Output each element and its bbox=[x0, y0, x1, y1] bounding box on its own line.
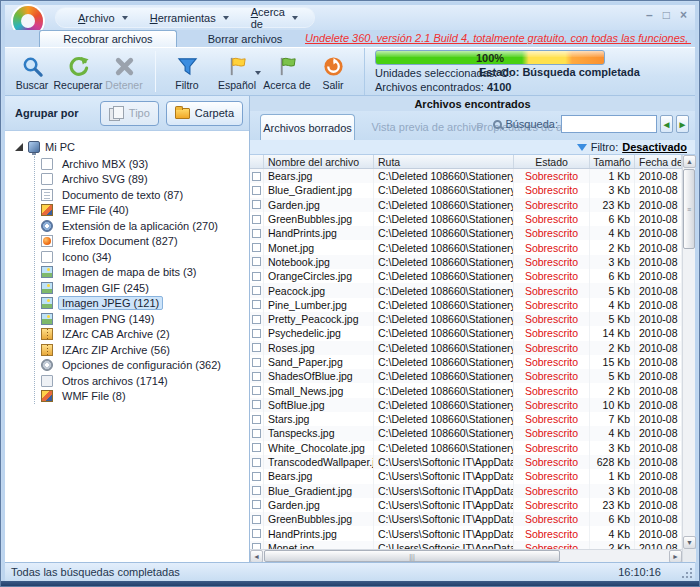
close-button[interactable]: × bbox=[680, 9, 687, 21]
table-row[interactable]: Bears.jpg C:\Deleted 108660\Stationery\ … bbox=[250, 169, 682, 183]
table-row[interactable]: HandPrints.jpg C:\Users\Softonic IT\AppD… bbox=[250, 526, 682, 540]
group-by-tipo-button[interactable]: Tipo bbox=[100, 101, 159, 126]
scroll-up-button[interactable]: ▲ bbox=[683, 155, 696, 168]
table-row[interactable]: SoftBlue.jpg C:\Deleted 108660\Stationer… bbox=[250, 398, 682, 412]
table-row[interactable]: Monet.jpg C:\Deleted 108660\Stationery\ … bbox=[250, 240, 682, 254]
tree-item[interactable]: Opciones de configuración (362) bbox=[41, 358, 249, 374]
table-row[interactable]: Small_News.jpg C:\Deleted 108660\Station… bbox=[250, 383, 682, 397]
table-row[interactable]: HandPrints.jpg C:\Deleted 108660\Station… bbox=[250, 226, 682, 240]
vertical-scrollbar[interactable]: ▲ ≡ ▼ bbox=[682, 155, 695, 562]
tree-item[interactable]: IZArc CAB Archive (2) bbox=[41, 327, 249, 343]
search-input[interactable] bbox=[561, 115, 657, 133]
tree-item[interactable]: WMF File (8) bbox=[41, 389, 249, 405]
row-checkbox[interactable] bbox=[252, 229, 261, 238]
tree-item[interactable]: Documento de texto (87) bbox=[41, 187, 249, 203]
table-row[interactable]: OrangeCircles.jpg C:\Deleted 108660\Stat… bbox=[250, 269, 682, 283]
search-next-button[interactable]: ► bbox=[676, 115, 689, 133]
table-row[interactable]: Peacock.jpg C:\Deleted 108660\Stationery… bbox=[250, 283, 682, 297]
tree-item[interactable]: Imagen GIF (245) bbox=[41, 280, 249, 296]
row-checkbox[interactable] bbox=[252, 529, 261, 538]
row-checkbox[interactable] bbox=[252, 257, 261, 266]
row-checkbox[interactable] bbox=[252, 286, 261, 295]
menu-archivo[interactable]: Archivo bbox=[70, 10, 136, 26]
tree-item[interactable]: EMF File (40) bbox=[41, 203, 249, 219]
row-checkbox[interactable] bbox=[252, 472, 261, 481]
table-row[interactable]: GreenBubbles.jpg C:\Deleted 108660\Stati… bbox=[250, 212, 682, 226]
row-checkbox[interactable] bbox=[252, 386, 261, 395]
tree-item[interactable]: Archivo SVG (89) bbox=[41, 172, 249, 188]
filter-value-link[interactable]: Desactivado bbox=[622, 141, 687, 153]
table-row[interactable]: Blue_Gradient.jpg C:\Deleted 108660\Stat… bbox=[250, 183, 682, 197]
row-checkbox[interactable] bbox=[252, 358, 261, 367]
salir-button[interactable]: Salir bbox=[310, 50, 356, 95]
row-checkbox[interactable] bbox=[252, 329, 261, 338]
acerca-de-button[interactable]: Acerca de bbox=[264, 50, 310, 95]
table-row[interactable]: Garden.jpg C:\Deleted 108660\Stationery\… bbox=[250, 198, 682, 212]
menu-acerca-de[interactable]: Acerca de bbox=[243, 4, 306, 32]
filtro-button[interactable]: Filtro bbox=[164, 50, 210, 95]
header-ruta[interactable]: Ruta bbox=[374, 155, 514, 168]
tree-item[interactable]: Imagen JPEG (121) bbox=[41, 296, 249, 312]
table-row[interactable]: Bears.jpg C:\Users\Softonic IT\AppData\L… bbox=[250, 469, 682, 483]
table-row[interactable]: Garden.jpg C:\Users\Softonic IT\AppData\… bbox=[250, 498, 682, 512]
table-row[interactable]: Blue_Gradient.jpg C:\Users\Softonic IT\A… bbox=[250, 484, 682, 498]
header-tamano[interactable]: Tamaño bbox=[590, 155, 635, 168]
scroll-down-button[interactable]: ▼ bbox=[683, 536, 696, 549]
tree-item[interactable]: IZArc ZIP Archive (56) bbox=[41, 342, 249, 358]
tree-item[interactable]: Otros archivos (1714) bbox=[41, 373, 249, 389]
recuperar-button[interactable]: Recuperar bbox=[55, 50, 101, 95]
tree-item[interactable]: Archivo MBX (93) bbox=[41, 156, 249, 172]
maximize-button[interactable]: □ bbox=[663, 9, 670, 21]
table-row[interactable]: Pine_Lumber.jpg C:\Deleted 108660\Statio… bbox=[250, 298, 682, 312]
table-row[interactable]: Pretty_Peacock.jpg C:\Deleted 108660\Sta… bbox=[250, 312, 682, 326]
tree-item[interactable]: Imagen PNG (149) bbox=[41, 311, 249, 327]
header-nombre[interactable]: Nombre del archivo bbox=[264, 155, 374, 168]
header-estado[interactable]: Estado bbox=[514, 155, 590, 168]
row-checkbox[interactable] bbox=[252, 215, 261, 224]
row-checkbox[interactable] bbox=[252, 500, 261, 509]
table-row[interactable]: Psychedelic.jpg C:\Deleted 108660\Statio… bbox=[250, 326, 682, 340]
row-checkbox[interactable] bbox=[252, 315, 261, 324]
tree-item[interactable]: Icono (34) bbox=[41, 249, 249, 265]
tree-expander-icon[interactable] bbox=[15, 143, 23, 151]
tab-vista-previa[interactable]: Vista previa de archivo bbox=[368, 114, 486, 140]
search-prev-button[interactable]: ◄ bbox=[660, 115, 673, 133]
row-checkbox[interactable] bbox=[252, 372, 261, 381]
row-checkbox[interactable] bbox=[252, 200, 261, 209]
row-checkbox[interactable] bbox=[252, 272, 261, 281]
tab-borrar-archivos[interactable]: Borrar archivos bbox=[185, 30, 305, 47]
table-row[interactable]: Stars.jpg C:\Deleted 108660\Stationery\ … bbox=[250, 412, 682, 426]
table-row[interactable]: TranscodedWallpaper.jpg C:\Users\Softoni… bbox=[250, 455, 682, 469]
vertical-scroll-thumb[interactable]: ≡ bbox=[683, 169, 695, 249]
table-row[interactable]: ShadesOfBlue.jpg C:\Deleted 108660\Stati… bbox=[250, 369, 682, 383]
row-checkbox[interactable] bbox=[252, 429, 261, 438]
group-by-carpeta-button[interactable]: Carpeta bbox=[166, 101, 243, 126]
row-checkbox[interactable] bbox=[252, 443, 261, 452]
row-checkbox[interactable] bbox=[252, 400, 261, 409]
horizontal-scroll-thumb[interactable]: ||| bbox=[264, 550, 560, 562]
table-row[interactable]: Sand_Paper.jpg C:\Deleted 108660\Station… bbox=[250, 355, 682, 369]
row-checkbox[interactable] bbox=[252, 486, 261, 495]
table-row[interactable]: GreenBubbles.jpg C:\Users\Softonic IT\Ap… bbox=[250, 512, 682, 526]
table-row[interactable]: Notebook.jpg C:\Deleted 108660\Stationer… bbox=[250, 255, 682, 269]
menu-herramientas[interactable]: Herramientas bbox=[142, 10, 237, 26]
promo-banner-link[interactable]: Undelete 360, versión 2.1 Build 4, total… bbox=[305, 32, 691, 44]
tree-item[interactable]: Imagen de mapa de bits (3) bbox=[41, 265, 249, 281]
table-row[interactable]: Roses.jpg C:\Deleted 108660\Stationery\ … bbox=[250, 341, 682, 355]
row-checkbox[interactable] bbox=[252, 415, 261, 424]
header-fecha[interactable]: Fecha de bbox=[635, 155, 682, 168]
row-checkbox[interactable] bbox=[252, 300, 261, 309]
tree-item[interactable]: Firefox Document (827) bbox=[41, 234, 249, 250]
horizontal-scrollbar[interactable]: ◄ ||| ► bbox=[250, 549, 682, 562]
idioma-button[interactable]: Español bbox=[210, 50, 264, 95]
row-checkbox[interactable] bbox=[252, 458, 261, 467]
buscar-button[interactable]: Buscar bbox=[9, 50, 55, 95]
minimize-button[interactable]: – bbox=[646, 9, 653, 21]
row-checkbox[interactable] bbox=[252, 186, 261, 195]
table-row[interactable]: Tanspecks.jpg C:\Deleted 108660\Statione… bbox=[250, 426, 682, 440]
table-row[interactable]: Monet.jpg C:\Users\Softonic IT\AppData\L… bbox=[250, 541, 682, 549]
table-row[interactable]: White_Chocolate.jpg C:\Deleted 108660\St… bbox=[250, 441, 682, 455]
tree-item[interactable]: Extensión de la aplicación (270) bbox=[41, 218, 249, 234]
row-checkbox[interactable] bbox=[252, 172, 261, 181]
tree-root-mi-pc[interactable]: Mi PC bbox=[15, 139, 249, 155]
